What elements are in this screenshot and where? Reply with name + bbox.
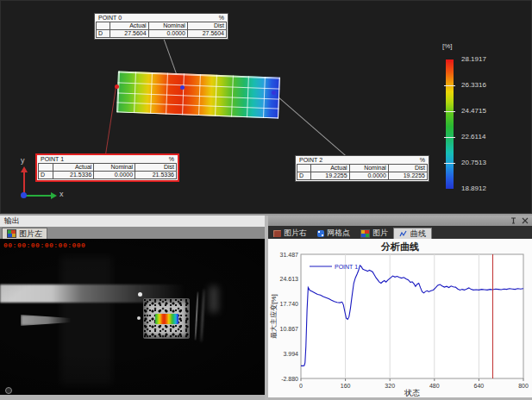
tab-curve[interactable]: 曲线 <box>393 228 432 239</box>
tab-image-left[interactable]: 图片左 <box>2 228 47 239</box>
legend-tick <box>444 111 455 112</box>
legend-gradient-bar <box>446 59 454 189</box>
legend-tick <box>444 163 455 164</box>
x-tick-label: 640 <box>474 383 485 389</box>
tab-label: 图片 <box>372 228 388 239</box>
coordinate-axes-indicator: y x <box>6 159 75 207</box>
x-axis-title: 状态 <box>404 389 420 397</box>
tab-label: 网格点 <box>327 228 350 239</box>
y-tick-label: 3.994 <box>283 351 298 357</box>
legend-value: 18.8912 <box>461 184 486 192</box>
curves-panel: 图片右 网格点 图片 曲线 分析曲线 016032048064080031.48… <box>268 216 532 400</box>
viewport-3d[interactable]: POINT 0 % Actual Nominal Dist D 27.5604 … <box>0 0 532 214</box>
tab-grid-points[interactable]: 网格点 <box>312 228 355 239</box>
legend-unit-label: [%] <box>442 42 453 50</box>
tab-image-right[interactable]: 图片右 <box>268 228 312 239</box>
plot-border <box>301 254 523 378</box>
mesh-grid-lines <box>116 71 280 118</box>
tab-label: 图片左 <box>19 228 42 240</box>
y-tick-label: 17.740 <box>280 301 299 307</box>
legend-value: 28.1917 <box>461 55 486 63</box>
legend-value: 22.6114 <box>461 133 485 141</box>
strain-map-mesh <box>116 71 280 118</box>
annotation-unit: % <box>219 15 224 22</box>
dist-value: 27.5604 <box>187 30 226 38</box>
nominal-value: 0.0000 <box>349 172 388 180</box>
dist-value: 19.2255 <box>388 172 427 180</box>
y-tick-label: 24.613 <box>280 276 299 282</box>
y-tick-label: 31.487 <box>280 253 299 258</box>
legend-tick <box>444 85 455 86</box>
curves-tab-bar: 图片右 网格点 图片 曲线 <box>268 226 532 239</box>
actual-value: 19.2255 <box>310 172 349 180</box>
legend-value: 24.4715 <box>461 107 486 115</box>
col-actual: Actual <box>110 22 148 30</box>
actual-value: 27.5604 <box>110 30 148 38</box>
annotation-table: Actual Nominal Dist D 27.5604 0.0000 27.… <box>96 22 227 38</box>
annotation-unit: % <box>169 156 174 163</box>
legend-value: 20.7513 <box>461 159 486 166</box>
close-icon[interactable] <box>520 216 529 225</box>
camera-image-view[interactable]: 00:00:00:00:00:000 <box>0 239 265 395</box>
legend-value: 26.3316 <box>461 81 486 89</box>
x-axis-arrow-icon <box>51 192 57 199</box>
curve-icon <box>399 230 408 238</box>
tab-image[interactable]: 图片 <box>355 228 393 239</box>
image-icon <box>7 229 16 238</box>
output-tab-bar: 图片左 <box>0 227 265 239</box>
grid-points-icon <box>317 230 324 237</box>
legend-label: POINT 1 <box>335 264 358 270</box>
x-tick-label: 480 <box>429 383 440 389</box>
dist-value: 21.5336 <box>135 172 177 179</box>
col-actual: Actual <box>310 165 349 172</box>
point1-marker[interactable] <box>115 84 119 89</box>
chart-title: 分析曲线 <box>268 239 532 253</box>
col-dist: Dist <box>187 22 226 30</box>
camera-icon <box>273 230 281 237</box>
row-label: D <box>97 30 110 38</box>
output-panel: 输出 图片左 00:00:00:00:00:000 <box>0 216 265 400</box>
col-nominal: Nominal <box>349 165 388 172</box>
annotation-title: POINT 2 <box>299 157 322 164</box>
connector-point2 <box>272 92 346 156</box>
panel-bottom-strip <box>0 395 265 400</box>
indicator-dot-icon <box>5 387 12 394</box>
output-panel-title: 输出 <box>0 216 265 227</box>
nominal-value: 0.0000 <box>94 172 135 179</box>
analysis-curve-chart: 分析曲线 016032048064080031.48724.61317.7401… <box>268 239 532 397</box>
annotation-title: POINT 0 <box>98 15 122 22</box>
annotation-point0[interactable]: POINT 0 % Actual Nominal Dist D 27.5604 … <box>94 13 228 40</box>
annotation-point2[interactable]: POINT 2 % Actual Nominal Dist D 19.2255 … <box>295 155 429 182</box>
col-nominal: Nominal <box>94 164 135 172</box>
point2-marker[interactable] <box>272 91 276 95</box>
y-tick-label: -2.880 <box>281 376 298 382</box>
x-axis-line <box>25 195 51 197</box>
y-axis-label: y <box>21 156 25 165</box>
color-scale-legend: [%] 28.1917 26.3316 24.4715 22.6114 20.7… <box>436 42 531 197</box>
y-tick-label: 10.867 <box>280 326 299 332</box>
tab-label: 曲线 <box>410 228 426 240</box>
application-window: POINT 0 % Actual Nominal Dist D 27.5604 … <box>0 0 532 400</box>
col-nominal: Nominal <box>148 22 187 30</box>
frame-timestamp: 00:00:00:00:00:000 <box>3 241 85 249</box>
x-tick-label: 800 <box>518 383 529 389</box>
tab-label: 图片右 <box>284 228 307 239</box>
legend-tick <box>444 137 455 138</box>
point0-marker[interactable] <box>180 85 185 90</box>
col-dist: Dist <box>388 165 427 172</box>
y-axis-title: 最大主应变[%] <box>270 294 278 339</box>
analysis-curve-plot[interactable]: 016032048064080031.48724.61317.74010.867… <box>268 253 532 397</box>
col-dist: Dist <box>135 164 177 172</box>
connector-point1 <box>105 87 116 154</box>
x-axis-label: x <box>59 190 64 198</box>
row-label: D <box>297 172 311 180</box>
curves-panel-header <box>268 216 532 226</box>
x-tick-label: 160 <box>341 383 351 389</box>
x-tick-label: 0 <box>299 383 303 389</box>
annotation-unit: % <box>420 157 425 164</box>
nominal-value: 0.0000 <box>148 30 187 38</box>
z-axis-dot-icon <box>21 192 27 198</box>
image-icon <box>360 229 370 238</box>
pin-icon[interactable] <box>509 216 518 225</box>
annotation-table: Actual Nominal Dist D 19.2255 0.0000 19.… <box>297 164 428 180</box>
